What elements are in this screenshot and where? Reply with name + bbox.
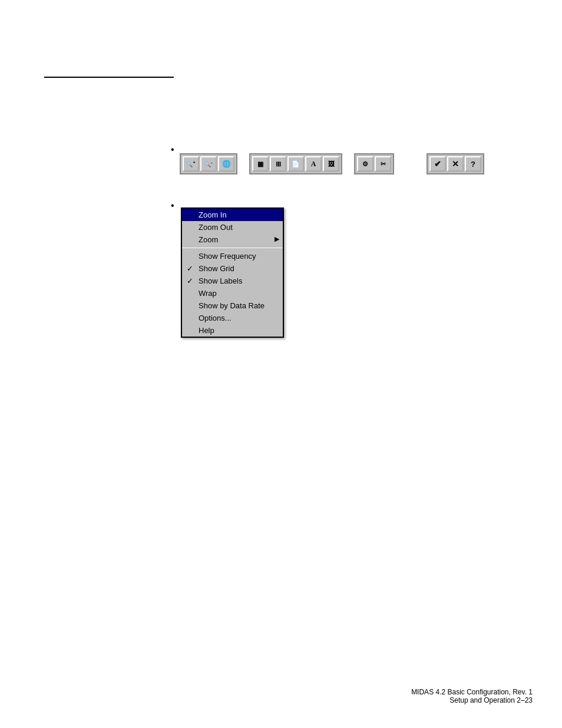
toolbar-group-zoom: 🔍+ 🔍- 🌐: [180, 153, 237, 174]
menu-item-options[interactable]: Options...: [182, 312, 283, 324]
zoom-globe-button[interactable]: 🌐: [218, 156, 234, 172]
bullet-1: •: [171, 144, 174, 155]
menu-item-show-by-data-rate[interactable]: Show by Data Rate: [182, 299, 283, 312]
menu-item-show-grid[interactable]: Show Grid: [182, 262, 283, 275]
menu-item-show-frequency[interactable]: Show Frequency: [182, 250, 283, 262]
doc-button[interactable]: 📄: [287, 156, 304, 172]
zoom-in-button[interactable]: 🔍+: [183, 156, 199, 172]
top-rule: [44, 77, 174, 78]
toolbar: 🔍+ 🔍- 🌐 ▦ ⊞ 📄 A 🖼 ⚙ ✂: [180, 153, 484, 174]
footer-line2: Setup and Operation 2–23: [411, 696, 533, 704]
footer: MIDAS 4.2 Basic Configuration, Rev. 1 Se…: [411, 688, 533, 704]
settings-button[interactable]: ⚙: [357, 156, 373, 172]
menu-item-zoom-out[interactable]: Zoom Out: [182, 221, 283, 233]
toolbar-group-tools: ⚙ ✂: [354, 153, 394, 174]
menu-item-zoom[interactable]: Zoom: [182, 233, 283, 246]
menu-item-zoom-in[interactable]: Zoom In: [182, 209, 283, 221]
zoom-out-button[interactable]: 🔍-: [200, 156, 217, 172]
table-view-button[interactable]: ⊞: [270, 156, 286, 172]
bullet-2: •: [171, 200, 174, 211]
image-button[interactable]: 🖼: [323, 156, 339, 172]
help-button[interactable]: ?: [465, 156, 481, 172]
context-menu: Zoom In Zoom Out Zoom Show Frequency Sho…: [181, 207, 284, 338]
grid-view-button[interactable]: ▦: [252, 156, 269, 172]
menu-item-help[interactable]: Help: [182, 324, 283, 337]
cancel-button[interactable]: ✕: [447, 156, 464, 172]
menu-separator-1: [182, 248, 283, 248]
confirm-button[interactable]: ✔: [429, 156, 446, 172]
footer-line1: MIDAS 4.2 Basic Configuration, Rev. 1: [411, 688, 533, 696]
menu-item-show-labels[interactable]: Show Labels: [182, 275, 283, 287]
toolbar-group-view: ▦ ⊞ 📄 A 🖼: [249, 153, 342, 174]
cut-button[interactable]: ✂: [375, 156, 391, 172]
font-button[interactable]: A: [305, 156, 322, 172]
toolbar-group-confirm: ✔ ✕ ?: [427, 153, 484, 174]
menu-item-wrap[interactable]: Wrap: [182, 287, 283, 299]
